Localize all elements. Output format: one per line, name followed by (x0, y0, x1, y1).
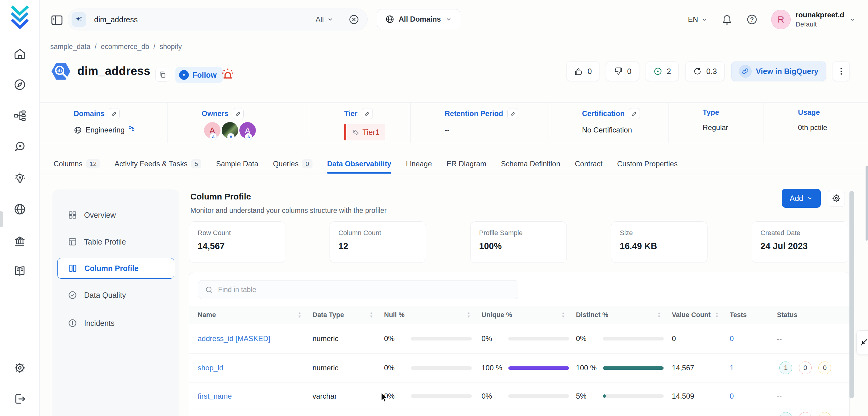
nav-data-quality[interactable]: Data Quality (57, 285, 174, 306)
column-name-link[interactable]: first_name (198, 392, 232, 400)
panel-scrollbar-thumb[interactable] (849, 191, 854, 398)
sort-icon[interactable]: ▲▼ (715, 312, 719, 318)
nav-table-profile[interactable]: Table Profile (57, 231, 174, 252)
table-header: Name▲▼ Data Type▲▼ Null %▲▼ Unique %▲▼ D… (189, 306, 850, 324)
certification-label: Certification (582, 109, 625, 118)
chevron-down-icon (807, 195, 813, 201)
distinct-pct-cell: 100 % (573, 362, 669, 373)
column-name-link[interactable]: address_id [MASKED] (198, 334, 271, 343)
domains-label: Domains (74, 109, 104, 118)
find-in-table-input[interactable] (218, 286, 512, 294)
tests-failed-badge[interactable]: 0 (799, 361, 812, 374)
search-scope-dropdown[interactable]: All (315, 15, 334, 24)
observability-search-icon[interactable] (13, 140, 27, 154)
tab-contract[interactable]: Contract (575, 154, 603, 173)
profiler-settings-button[interactable] (828, 190, 845, 207)
sort-icon[interactable]: ▲▼ (657, 312, 661, 318)
settings-gear-icon[interactable] (13, 361, 27, 375)
nav-overview[interactable]: Overview (57, 205, 174, 225)
announcement-siren-icon[interactable] (220, 66, 235, 81)
edit-retention-icon[interactable] (507, 108, 518, 119)
tests-link[interactable]: 0 (730, 334, 734, 343)
view-in-source-button[interactable]: View in BigQuery (731, 62, 826, 81)
stat-column-count: Column Count12 (330, 221, 426, 263)
breadcrumb-schema[interactable]: shopify (160, 43, 182, 51)
user-menu[interactable]: R rounakpreet.d Default (771, 10, 856, 29)
breadcrumb-service[interactable]: sample_data (50, 43, 90, 51)
domain-link[interactable]: Engineering (86, 126, 125, 134)
nav-incidents[interactable]: Incidents (57, 313, 174, 333)
governance-bank-icon[interactable] (13, 234, 27, 248)
sort-icon[interactable]: ▲▼ (467, 312, 470, 318)
divider (341, 14, 341, 25)
usage-value: 0th pctile (798, 123, 827, 132)
global-search-bar[interactable]: All (68, 8, 368, 30)
tab-schema-definition[interactable]: Schema Definition (501, 154, 560, 173)
upvote-button[interactable]: 0 (566, 62, 599, 81)
sidebar-expand-handle[interactable] (0, 211, 3, 227)
add-button[interactable]: Add (782, 189, 821, 208)
find-in-table[interactable] (198, 280, 518, 299)
tab-er-diagram[interactable]: ER Diagram (446, 154, 486, 173)
follow-button[interactable]: Follow (176, 67, 223, 83)
logout-icon[interactable] (13, 392, 27, 406)
tab-lineage[interactable]: Lineage (406, 154, 432, 173)
copy-name-button[interactable] (155, 68, 169, 82)
incidents-count-button[interactable]: 2 (646, 62, 679, 81)
version-button[interactable]: 0.3 (685, 62, 724, 81)
sort-icon[interactable]: ▲▼ (298, 312, 302, 318)
check-circle-icon (68, 290, 78, 300)
window-scrollbar-thumb[interactable] (866, 166, 868, 241)
language-label: EN (688, 15, 698, 24)
edit-tier-icon[interactable] (362, 108, 373, 119)
more-options-button[interactable] (833, 62, 850, 81)
downvote-button[interactable]: 0 (606, 62, 639, 81)
sort-icon[interactable]: ▲▼ (369, 312, 373, 318)
edit-owners-icon[interactable] (233, 108, 244, 119)
breadcrumb-database[interactable]: ecommerce_db (101, 43, 149, 51)
explore-compass-icon[interactable] (13, 78, 27, 92)
table-row: shop_id numeric 0% 100 % 100 % 14,567 1 … (189, 354, 850, 383)
help-icon[interactable]: ? (746, 14, 758, 25)
tab-columns[interactable]: Columns12 (54, 154, 100, 173)
nav-column-profile[interactable]: Column Profile (57, 258, 174, 279)
tests-aborted-badge[interactable]: 0 (818, 361, 831, 374)
edit-certification-icon[interactable] (629, 108, 640, 119)
tests-link[interactable]: 0 (730, 392, 734, 400)
collate-logo-icon[interactable] (9, 5, 30, 29)
search-input[interactable] (94, 15, 315, 24)
tab-activity-feeds[interactable]: Activity Feeds & Tasks5 (115, 154, 201, 173)
globe-icon (74, 126, 82, 134)
entity-tabs: Columns12 Activity Feeds & Tasks5 Sample… (40, 154, 868, 174)
home-icon[interactable] (13, 46, 27, 61)
tab-sample-data[interactable]: Sample Data (216, 154, 258, 173)
tests-success-badge[interactable]: 1 (779, 361, 792, 374)
sort-icon[interactable]: ▲▼ (561, 312, 565, 318)
unique-pct-cell: 0% (478, 391, 573, 402)
tab-data-observability[interactable]: Data Observability (327, 154, 391, 173)
domains-globe-icon[interactable] (13, 202, 27, 216)
tab-count: 5 (191, 159, 202, 168)
value-count-cell: 14,567 (669, 363, 727, 372)
table-row: address_id [MASKED] numeric 0% 0% 0% 0 0… (189, 324, 850, 354)
all-domains-dropdown[interactable]: All Domains (377, 9, 460, 29)
upvote-count: 0 (588, 67, 592, 76)
tab-custom-properties[interactable]: Custom Properties (617, 154, 678, 173)
column-name-link[interactable]: shop_id (198, 363, 223, 372)
top-bar-right: EN ? R rounakpreet.d Default (688, 9, 856, 30)
resize-handle[interactable] (857, 330, 868, 354)
edit-domains-icon[interactable] (109, 108, 120, 119)
clear-search-icon[interactable] (348, 14, 360, 25)
tests-link[interactable]: 1 (730, 363, 734, 372)
tab-queries[interactable]: Queries0 (273, 154, 312, 173)
glossary-book-icon[interactable] (13, 264, 27, 278)
language-dropdown[interactable]: EN (688, 15, 708, 24)
notifications-bell-icon[interactable] (721, 14, 733, 25)
entity-actions: 0 0 2 0.3 View in BigQuery (566, 62, 850, 81)
tests-success-badge (779, 412, 792, 416)
sidebar-toggle-icon[interactable] (50, 13, 64, 27)
top-bar: All All Domains EN ? R rounakpreet.d Def (40, 0, 868, 39)
tier-tag[interactable]: Tier1 (344, 124, 410, 140)
lineage-flow-icon[interactable] (13, 109, 27, 123)
insights-bulb-icon[interactable] (13, 171, 27, 185)
